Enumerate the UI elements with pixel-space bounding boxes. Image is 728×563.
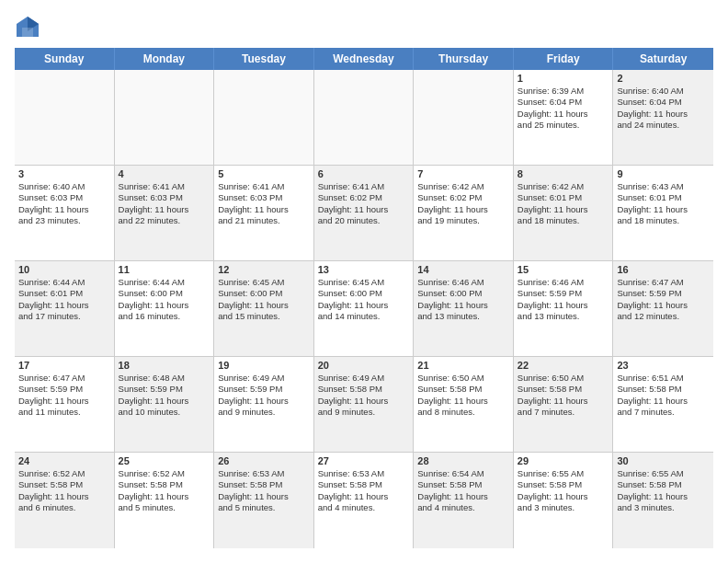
day-cell-8: 8Sunrise: 6:42 AM Sunset: 6:01 PM Daylig…: [514, 166, 614, 260]
weekday-header-thursday: Thursday: [414, 48, 514, 70]
day-number: 9: [617, 168, 710, 179]
day-cell-23: 23Sunrise: 6:51 AM Sunset: 5:58 PM Dayli…: [613, 357, 713, 452]
empty-cell: [214, 70, 314, 165]
day-number: 14: [417, 264, 509, 275]
day-info: Sunrise: 6:53 AM Sunset: 5:58 PM Dayligh…: [318, 468, 410, 513]
day-number: 26: [218, 455, 310, 466]
calendar-header: SundayMondayTuesdayWednesdayThursdayFrid…: [15, 48, 713, 70]
week-row-2: 3Sunrise: 6:40 AM Sunset: 6:03 PM Daylig…: [15, 166, 713, 261]
day-cell-6: 6Sunrise: 6:41 AM Sunset: 6:02 PM Daylig…: [314, 166, 415, 260]
day-number: 20: [318, 360, 410, 371]
day-number: 27: [318, 455, 410, 466]
day-cell-19: 19Sunrise: 6:49 AM Sunset: 5:59 PM Dayli…: [214, 357, 314, 452]
day-info: Sunrise: 6:39 AM Sunset: 6:04 PM Dayligh…: [518, 86, 609, 131]
day-cell-5: 5Sunrise: 6:41 AM Sunset: 6:03 PM Daylig…: [214, 166, 314, 260]
empty-cell: [15, 70, 115, 165]
day-info: Sunrise: 6:40 AM Sunset: 6:04 PM Dayligh…: [617, 86, 710, 131]
day-number: 5: [218, 168, 310, 179]
day-info: Sunrise: 6:41 AM Sunset: 6:02 PM Dayligh…: [318, 181, 410, 226]
logo-icon: [15, 15, 40, 40]
day-cell-9: 9Sunrise: 6:43 AM Sunset: 6:01 PM Daylig…: [613, 166, 713, 260]
day-cell-14: 14Sunrise: 6:46 AM Sunset: 6:00 PM Dayli…: [414, 261, 514, 356]
day-info: Sunrise: 6:50 AM Sunset: 5:58 PM Dayligh…: [417, 373, 509, 418]
day-cell-18: 18Sunrise: 6:48 AM Sunset: 5:59 PM Dayli…: [115, 357, 215, 452]
day-number: 10: [18, 264, 110, 275]
day-number: 13: [318, 264, 410, 275]
logo: [15, 15, 42, 40]
weekday-header-tuesday: Tuesday: [214, 48, 314, 70]
day-number: 2: [617, 73, 710, 84]
day-info: Sunrise: 6:41 AM Sunset: 6:03 PM Dayligh…: [119, 181, 210, 226]
day-cell-24: 24Sunrise: 6:52 AM Sunset: 5:58 PM Dayli…: [15, 453, 115, 548]
week-row-1: 1Sunrise: 6:39 AM Sunset: 6:04 PM Daylig…: [15, 70, 713, 166]
day-info: Sunrise: 6:54 AM Sunset: 5:58 PM Dayligh…: [417, 468, 509, 513]
week-row-3: 10Sunrise: 6:44 AM Sunset: 6:01 PM Dayli…: [15, 261, 713, 357]
day-cell-22: 22Sunrise: 6:50 AM Sunset: 5:58 PM Dayli…: [514, 357, 614, 452]
day-cell-26: 26Sunrise: 6:53 AM Sunset: 5:58 PM Dayli…: [214, 453, 314, 548]
day-number: 24: [18, 455, 110, 466]
day-info: Sunrise: 6:55 AM Sunset: 5:58 PM Dayligh…: [518, 468, 609, 513]
weekday-header-wednesday: Wednesday: [314, 48, 415, 70]
day-number: 17: [18, 360, 110, 371]
header: [15, 15, 713, 40]
week-row-5: 24Sunrise: 6:52 AM Sunset: 5:58 PM Dayli…: [15, 453, 713, 548]
day-number: 16: [617, 264, 710, 275]
day-number: 30: [617, 455, 710, 466]
day-cell-16: 16Sunrise: 6:47 AM Sunset: 5:59 PM Dayli…: [613, 261, 713, 356]
day-info: Sunrise: 6:45 AM Sunset: 6:00 PM Dayligh…: [218, 277, 310, 322]
day-info: Sunrise: 6:47 AM Sunset: 5:59 PM Dayligh…: [18, 373, 110, 418]
day-cell-27: 27Sunrise: 6:53 AM Sunset: 5:58 PM Dayli…: [314, 453, 415, 548]
day-number: 8: [518, 168, 609, 179]
empty-cell: [115, 70, 215, 165]
day-info: Sunrise: 6:52 AM Sunset: 5:58 PM Dayligh…: [119, 468, 210, 513]
day-cell-11: 11Sunrise: 6:44 AM Sunset: 6:00 PM Dayli…: [115, 261, 215, 356]
day-number: 3: [18, 168, 110, 179]
day-info: Sunrise: 6:42 AM Sunset: 6:01 PM Dayligh…: [518, 181, 609, 226]
weekday-header-monday: Monday: [115, 48, 215, 70]
day-number: 7: [417, 168, 509, 179]
day-cell-17: 17Sunrise: 6:47 AM Sunset: 5:59 PM Dayli…: [15, 357, 115, 452]
weekday-header-friday: Friday: [514, 48, 614, 70]
day-number: 22: [518, 360, 609, 371]
day-number: 18: [119, 360, 210, 371]
day-number: 4: [119, 168, 210, 179]
day-cell-25: 25Sunrise: 6:52 AM Sunset: 5:58 PM Dayli…: [115, 453, 215, 548]
day-cell-4: 4Sunrise: 6:41 AM Sunset: 6:03 PM Daylig…: [115, 166, 215, 260]
day-info: Sunrise: 6:52 AM Sunset: 5:58 PM Dayligh…: [18, 468, 110, 513]
day-info: Sunrise: 6:44 AM Sunset: 6:01 PM Dayligh…: [18, 277, 110, 322]
weekday-header-sunday: Sunday: [15, 48, 115, 70]
day-info: Sunrise: 6:48 AM Sunset: 5:59 PM Dayligh…: [119, 373, 210, 418]
empty-cell: [414, 70, 514, 165]
day-cell-10: 10Sunrise: 6:44 AM Sunset: 6:01 PM Dayli…: [15, 261, 115, 356]
day-info: Sunrise: 6:50 AM Sunset: 5:58 PM Dayligh…: [518, 373, 609, 418]
day-cell-15: 15Sunrise: 6:46 AM Sunset: 5:59 PM Dayli…: [514, 261, 614, 356]
day-cell-13: 13Sunrise: 6:45 AM Sunset: 6:00 PM Dayli…: [314, 261, 415, 356]
day-number: 19: [218, 360, 310, 371]
day-cell-1: 1Sunrise: 6:39 AM Sunset: 6:04 PM Daylig…: [514, 70, 614, 165]
day-info: Sunrise: 6:49 AM Sunset: 5:58 PM Dayligh…: [318, 373, 410, 418]
page: SundayMondayTuesdayWednesdayThursdayFrid…: [0, 0, 728, 563]
day-number: 11: [119, 264, 210, 275]
day-info: Sunrise: 6:45 AM Sunset: 6:00 PM Dayligh…: [318, 277, 410, 322]
day-info: Sunrise: 6:40 AM Sunset: 6:03 PM Dayligh…: [18, 181, 110, 226]
day-number: 6: [318, 168, 410, 179]
day-info: Sunrise: 6:41 AM Sunset: 6:03 PM Dayligh…: [218, 181, 310, 226]
day-info: Sunrise: 6:44 AM Sunset: 6:00 PM Dayligh…: [119, 277, 210, 322]
day-cell-12: 12Sunrise: 6:45 AM Sunset: 6:00 PM Dayli…: [214, 261, 314, 356]
day-cell-20: 20Sunrise: 6:49 AM Sunset: 5:58 PM Dayli…: [314, 357, 415, 452]
day-cell-2: 2Sunrise: 6:40 AM Sunset: 6:04 PM Daylig…: [613, 70, 713, 165]
day-number: 25: [119, 455, 210, 466]
day-info: Sunrise: 6:51 AM Sunset: 5:58 PM Dayligh…: [617, 373, 710, 418]
day-cell-30: 30Sunrise: 6:55 AM Sunset: 5:58 PM Dayli…: [613, 453, 713, 548]
day-info: Sunrise: 6:55 AM Sunset: 5:58 PM Dayligh…: [617, 468, 710, 513]
day-info: Sunrise: 6:47 AM Sunset: 5:59 PM Dayligh…: [617, 277, 710, 322]
weekday-header-saturday: Saturday: [613, 48, 713, 70]
day-cell-29: 29Sunrise: 6:55 AM Sunset: 5:58 PM Dayli…: [514, 453, 614, 548]
day-cell-28: 28Sunrise: 6:54 AM Sunset: 5:58 PM Dayli…: [414, 453, 514, 548]
day-info: Sunrise: 6:46 AM Sunset: 5:59 PM Dayligh…: [518, 277, 609, 322]
day-info: Sunrise: 6:43 AM Sunset: 6:01 PM Dayligh…: [617, 181, 710, 226]
calendar: SundayMondayTuesdayWednesdayThursdayFrid…: [15, 48, 713, 548]
day-number: 23: [617, 360, 710, 371]
day-info: Sunrise: 6:49 AM Sunset: 5:59 PM Dayligh…: [218, 373, 310, 418]
day-cell-7: 7Sunrise: 6:42 AM Sunset: 6:02 PM Daylig…: [414, 166, 514, 260]
